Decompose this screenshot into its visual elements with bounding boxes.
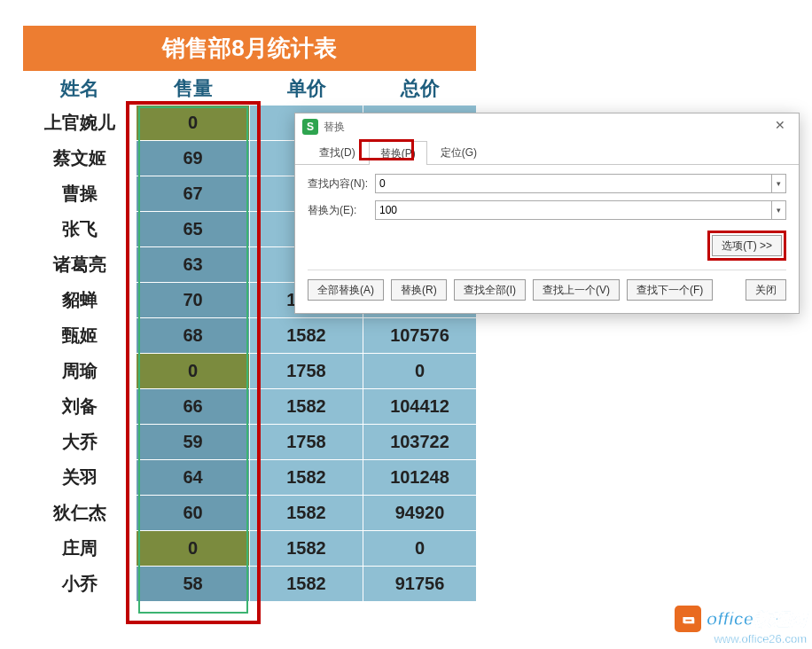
header-qty: 售量	[137, 72, 250, 106]
cell-total[interactable]: 101248	[363, 460, 477, 496]
cell-qty[interactable]: 63	[137, 247, 250, 283]
header-price: 单价	[250, 72, 363, 106]
cell-total[interactable]: 0	[363, 354, 477, 389]
find-all-button[interactable]: 查找全部(I)	[454, 279, 526, 301]
table-row[interactable]: 小乔58158291756	[23, 567, 477, 602]
cell-qty[interactable]: 67	[137, 176, 250, 212]
annotation-red-box-options: 选项(T) >>	[707, 231, 786, 261]
cell-name[interactable]: 上官婉儿	[23, 106, 137, 141]
cell-qty[interactable]: 66	[137, 389, 250, 425]
cell-name[interactable]: 小乔	[23, 567, 137, 602]
watermark-text: office教程网	[707, 607, 807, 631]
watermark-badge-icon: ▭	[675, 606, 701, 632]
cell-price[interactable]: 1758	[250, 425, 363, 460]
cell-qty[interactable]: 59	[137, 425, 250, 460]
cell-price[interactable]: 1582	[250, 318, 363, 354]
cell-name[interactable]: 庄周	[23, 531, 137, 567]
cell-total[interactable]: 94920	[363, 496, 477, 531]
cell-qty[interactable]: 68	[137, 318, 250, 354]
cell-qty[interactable]: 69	[137, 141, 250, 176]
header-total: 总价	[363, 72, 477, 106]
replace-button[interactable]: 替换(R)	[391, 279, 447, 301]
cell-name[interactable]: 甄姬	[23, 318, 137, 354]
dialog-title: 替换	[324, 120, 769, 135]
cell-qty[interactable]: 58	[137, 567, 250, 602]
table-row[interactable]: 庄周015820	[23, 531, 477, 567]
cell-name[interactable]: 狄仁杰	[23, 496, 137, 531]
header-name: 姓名	[23, 72, 137, 106]
close-icon[interactable]: ✕	[769, 118, 792, 136]
cell-total[interactable]: 107576	[363, 318, 477, 354]
find-replace-dialog: S 替换 ✕ 查找(D) 替换(P) 定位(G) 查找内容(N): ▾ 替换为(…	[294, 113, 800, 314]
cell-price[interactable]: 1582	[250, 567, 363, 602]
cell-price[interactable]: 1582	[250, 496, 363, 531]
cell-name[interactable]: 曹操	[23, 176, 137, 212]
dialog-tabs: 查找(D) 替换(P) 定位(G)	[295, 140, 799, 165]
replace-input[interactable]	[375, 200, 772, 220]
cell-total[interactable]: 103722	[363, 425, 477, 460]
watermark-url: www.office26.com	[675, 632, 807, 645]
cell-name[interactable]: 周瑜	[23, 354, 137, 389]
cell-total[interactable]: 0	[363, 531, 477, 567]
cell-total[interactable]: 104412	[363, 389, 477, 425]
replace-dropdown-icon[interactable]: ▾	[772, 200, 786, 220]
cell-qty[interactable]: 60	[137, 496, 250, 531]
find-label: 查找内容(N):	[308, 176, 375, 192]
tab-goto[interactable]: 定位(G)	[429, 140, 488, 164]
tab-replace[interactable]: 替换(P)	[369, 141, 427, 165]
table-row[interactable]: 周瑜017580	[23, 354, 477, 389]
close-button[interactable]: 关闭	[746, 279, 786, 301]
cell-name[interactable]: 蔡文姬	[23, 141, 137, 176]
cell-name[interactable]: 刘备	[23, 389, 137, 425]
cell-name[interactable]: 张飞	[23, 212, 137, 247]
table-row[interactable]: 甄姬681582107576	[23, 318, 477, 354]
dialog-titlebar[interactable]: S 替换 ✕	[295, 113, 799, 140]
table-row[interactable]: 关羽641582101248	[23, 460, 477, 496]
tab-find[interactable]: 查找(D)	[308, 140, 367, 164]
options-button[interactable]: 选项(T) >>	[712, 235, 782, 256]
cell-qty[interactable]: 70	[137, 283, 250, 318]
cell-total[interactable]: 91756	[363, 567, 477, 602]
cell-name[interactable]: 大乔	[23, 425, 137, 460]
table-row[interactable]: 狄仁杰60158294920	[23, 496, 477, 531]
cell-name[interactable]: 关羽	[23, 460, 137, 496]
find-dropdown-icon[interactable]: ▾	[772, 174, 786, 193]
cell-qty[interactable]: 0	[137, 106, 250, 141]
table-title: 销售部8月统计表	[23, 26, 477, 72]
cell-name[interactable]: 诸葛亮	[23, 247, 137, 283]
find-input[interactable]	[375, 174, 772, 193]
table-row[interactable]: 大乔591758103722	[23, 425, 477, 460]
cell-price[interactable]: 1582	[250, 389, 363, 425]
cell-qty[interactable]: 0	[137, 531, 250, 567]
cell-qty[interactable]: 65	[137, 212, 250, 247]
replace-label: 替换为(E):	[308, 203, 375, 218]
app-icon: S	[302, 119, 318, 135]
table-row[interactable]: 刘备661582104412	[23, 389, 477, 425]
find-next-button[interactable]: 查找下一个(F)	[627, 279, 713, 301]
cell-price[interactable]: 1582	[250, 460, 363, 496]
cell-price[interactable]: 1582	[250, 531, 363, 567]
replace-all-button[interactable]: 全部替换(A)	[308, 279, 384, 301]
table-header-row: 姓名 售量 单价 总价	[23, 72, 477, 106]
cell-price[interactable]: 1758	[250, 354, 363, 389]
cell-qty[interactable]: 64	[137, 460, 250, 496]
cell-qty[interactable]: 0	[137, 354, 250, 389]
find-prev-button[interactable]: 查找上一个(V)	[533, 279, 620, 301]
watermark: ▭ office教程网 www.office26.com	[675, 606, 807, 645]
cell-name[interactable]: 貂蝉	[23, 283, 137, 318]
